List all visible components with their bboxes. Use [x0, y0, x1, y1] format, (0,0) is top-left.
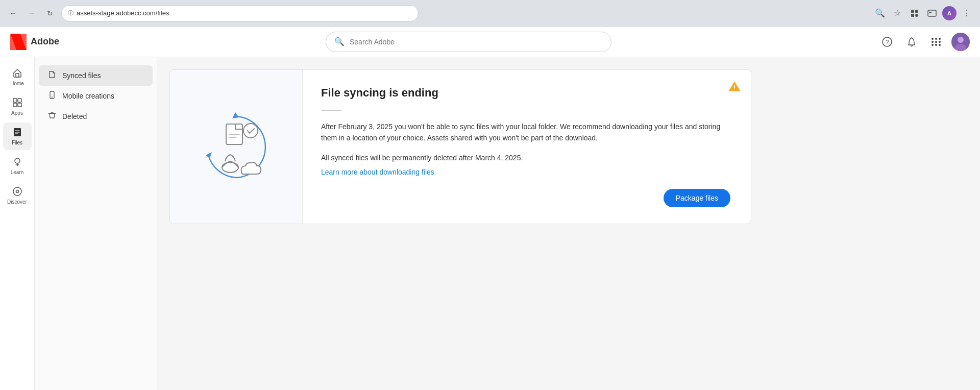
svg-point-3	[915, 14, 918, 17]
nav-panel: Synced files Mobile creations	[35, 57, 157, 390]
help-button[interactable]: ?	[878, 33, 896, 51]
home-icon	[12, 67, 23, 79]
svg-point-29	[243, 124, 258, 138]
svg-rect-16	[18, 99, 21, 102]
sidebar-label-discover: Discover	[7, 199, 27, 205]
deleted-icon	[47, 111, 57, 121]
svg-rect-18	[18, 103, 21, 107]
package-files-button[interactable]: Package files	[664, 189, 730, 207]
svg-rect-14	[16, 74, 19, 77]
nav-item-synced-files[interactable]: Synced files	[39, 65, 153, 86]
search-bar-container: 🔍	[67, 32, 870, 52]
sidebar-label-files: Files	[12, 140, 22, 146]
svg-rect-2	[911, 14, 914, 17]
zoom-button[interactable]: 🔍	[873, 6, 887, 20]
sidebar-item-discover[interactable]: Discover	[3, 182, 32, 209]
back-button[interactable]: ←	[6, 6, 20, 20]
forward-button[interactable]: →	[24, 6, 39, 20]
adobe-logo[interactable]: Adobe	[10, 34, 59, 50]
nav-label-deleted: Deleted	[62, 112, 87, 120]
security-icon: ⓘ	[68, 9, 74, 17]
left-sidebar: Home Apps	[0, 57, 35, 390]
search-icon: 🔍	[334, 37, 345, 46]
profile-button[interactable]: A	[942, 6, 957, 20]
svg-point-12	[958, 37, 964, 43]
svg-rect-0	[911, 10, 914, 13]
browser-chrome: ← → ↻ ⓘ assets-stage.adobecc.com/files 🔍…	[0, 0, 980, 27]
svg-point-21	[15, 158, 20, 163]
banner-secondary-text: All synced files will be permanently del…	[321, 152, 730, 163]
svg-point-25	[52, 97, 53, 98]
svg-text:?: ?	[886, 39, 889, 46]
menu-button[interactable]: ⋮	[960, 6, 974, 20]
extension-button[interactable]	[908, 6, 922, 20]
url-text: assets-stage.adobecc.com/files	[77, 9, 169, 17]
sidebar-item-apps[interactable]: Apps	[3, 93, 32, 120]
address-bar[interactable]: ⓘ assets-stage.adobecc.com/files	[61, 5, 419, 21]
sidebar-item-home[interactable]: Home	[3, 63, 32, 91]
search-input[interactable]	[350, 38, 603, 46]
top-header: Adobe 🔍 ?	[0, 27, 980, 57]
banner-actions: Package files	[321, 189, 730, 207]
content-area: File syncing is ending After February 3,…	[157, 57, 980, 390]
banner-learn-more-link[interactable]: Learn more about downloading files	[321, 168, 434, 176]
browser-profile-avatar: A	[942, 6, 957, 20]
sidebar-label-apps: Apps	[11, 110, 23, 116]
banner-title: File syncing is ending	[321, 86, 730, 100]
nav-item-deleted[interactable]: Deleted	[39, 106, 153, 127]
svg-rect-1	[915, 10, 918, 13]
grid-icon	[932, 38, 941, 46]
bookmark-button[interactable]: ☆	[890, 6, 904, 20]
header-actions: ?	[878, 33, 970, 51]
search-bar[interactable]: 🔍	[326, 32, 611, 52]
nav-label-synced-files: Synced files	[62, 71, 101, 80]
banner-card: File syncing is ending After February 3,…	[169, 69, 751, 224]
svg-rect-5	[929, 12, 932, 13]
main-content: Home Apps	[0, 57, 980, 390]
banner-body-text: After February 3, 2025 you won't be able…	[321, 121, 730, 144]
banner-content: File syncing is ending After February 3,…	[303, 70, 751, 224]
sidebar-item-files[interactable]: Files	[3, 123, 32, 150]
svg-rect-4	[928, 10, 936, 16]
apps-icon	[12, 97, 23, 108]
banner-illustration	[170, 70, 303, 224]
sidebar-item-learn[interactable]: Learn	[3, 152, 32, 180]
svg-marker-26	[232, 112, 239, 118]
nav-label-mobile-creations: Mobile creations	[62, 92, 114, 100]
svg-rect-17	[13, 103, 17, 107]
user-avatar[interactable]	[951, 33, 970, 51]
tab-manager-button[interactable]	[925, 6, 939, 20]
svg-marker-27	[206, 152, 212, 158]
svg-point-23	[16, 190, 18, 193]
synced-files-icon	[47, 70, 57, 81]
app-layout: Adobe 🔍 ?	[0, 27, 980, 390]
reload-button[interactable]: ↻	[43, 6, 57, 20]
warning-icon	[728, 80, 741, 95]
adobe-logo-icon	[10, 34, 27, 50]
svg-rect-15	[13, 99, 17, 102]
nav-item-mobile-creations[interactable]: Mobile creations	[39, 86, 153, 106]
banner-divider	[321, 110, 341, 111]
adobe-logo-text: Adobe	[31, 36, 59, 47]
notification-button[interactable]	[902, 33, 921, 51]
apps-grid-button[interactable]	[927, 33, 945, 51]
browser-actions: 🔍 ☆ A ⋮	[873, 6, 974, 20]
discover-icon	[12, 186, 23, 197]
mobile-creations-icon	[47, 91, 57, 101]
learn-icon	[12, 156, 23, 167]
sidebar-label-learn: Learn	[11, 169, 24, 176]
svg-point-30	[222, 162, 238, 173]
files-icon	[12, 127, 23, 138]
svg-point-22	[13, 187, 21, 196]
sidebar-label-home: Home	[10, 81, 24, 87]
svg-point-31	[734, 89, 735, 90]
